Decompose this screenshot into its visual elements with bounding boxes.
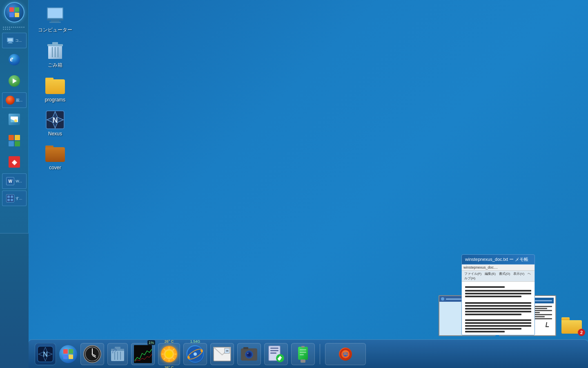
cover-folder-body bbox=[45, 147, 65, 162]
chart-svg bbox=[134, 345, 152, 363]
svg-point-61 bbox=[187, 356, 190, 359]
sidebar-item-winstep-w-label: W... bbox=[16, 179, 22, 183]
sidebar-item-computer[interactable]: コ... bbox=[2, 33, 27, 48]
computer-icon-svg bbox=[45, 6, 65, 25]
chart-percent-badge: 1% bbox=[147, 340, 155, 345]
svg-rect-32 bbox=[63, 349, 68, 354]
recycle-icon-wrapper bbox=[45, 41, 65, 61]
sidebar-item-photos[interactable] bbox=[2, 109, 27, 130]
programs-icon-label: programs bbox=[45, 97, 66, 103]
preview-thumbnail bbox=[462, 282, 535, 335]
preview-doc-lines bbox=[462, 282, 535, 335]
firefox-icon-small bbox=[6, 96, 15, 105]
svg-text:N: N bbox=[43, 351, 48, 358]
start-button[interactable] bbox=[4, 2, 24, 22]
folder-taskbar-item[interactable]: 2 bbox=[559, 315, 584, 336]
taskbar-firefox-btn[interactable] bbox=[325, 343, 366, 365]
taskbar-globe-btn[interactable]: 1.54G bbox=[183, 343, 207, 365]
desktop-icon-recycle[interactable]: ごみ箱 bbox=[37, 39, 74, 70]
taskbar-camera-btn[interactable] bbox=[237, 343, 261, 365]
folder-taskbar-wrapper: 2 bbox=[559, 315, 584, 336]
clock-icon bbox=[83, 345, 101, 363]
desktop-icon-cover[interactable]: cover bbox=[37, 142, 74, 172]
sidebar-dots-top bbox=[2, 26, 27, 31]
sidebar-item-media[interactable] bbox=[2, 71, 27, 91]
taskbar-chart-btn[interactable]: 1% bbox=[131, 343, 155, 365]
recycle-icon-label: ごみ箱 bbox=[48, 62, 62, 69]
taskbar-updates-btn[interactable] bbox=[264, 343, 288, 365]
desktop-icon-computer[interactable]: コンピューター bbox=[37, 4, 74, 35]
preview-menubar: winstepnexus_doc.... bbox=[462, 265, 535, 271]
camera-icon-svg bbox=[240, 346, 258, 362]
svg-rect-2 bbox=[9, 13, 14, 17]
taskbar-nexus-logo[interactable]: N bbox=[35, 343, 56, 365]
svg-rect-13 bbox=[48, 8, 62, 18]
programs-folder-body bbox=[45, 79, 65, 94]
svg-rect-74 bbox=[270, 350, 278, 351]
svg-rect-82 bbox=[300, 352, 306, 353]
recycle-bin-icon-svg bbox=[47, 41, 64, 61]
svg-point-48 bbox=[165, 350, 173, 358]
svg-line-56 bbox=[164, 358, 165, 359]
firefox-icon-svg bbox=[339, 348, 352, 361]
svg-rect-34 bbox=[63, 355, 68, 359]
svg-point-60 bbox=[200, 350, 203, 352]
clock-face bbox=[85, 347, 100, 361]
cover-folder-icon bbox=[45, 146, 65, 162]
taskbar-firefox-icon bbox=[339, 348, 352, 361]
svg-rect-16 bbox=[49, 22, 61, 23]
svg-rect-5 bbox=[8, 38, 13, 41]
globe-icon bbox=[186, 345, 204, 363]
nexus-icon-wrapper: N bbox=[45, 110, 65, 130]
notepad-preview-popup: winstepnexus_doc.txt ー メモ帳 winstepnexus_… bbox=[461, 254, 535, 335]
taskbar: N bbox=[29, 339, 588, 368]
svg-rect-7 bbox=[8, 43, 13, 43]
sidebar-item-livemesh[interactable]: ◈ bbox=[2, 152, 27, 172]
globe-mb-badge: 1.54G bbox=[184, 339, 207, 343]
preview-content: winstepnexus_doc.... ファイル(F) 編集(E) 書式(O)… bbox=[461, 265, 535, 335]
desktop: コ... 親... bbox=[0, 0, 588, 368]
taskbar-clock-btn[interactable] bbox=[80, 343, 104, 365]
svg-rect-10 bbox=[7, 199, 10, 201]
svg-rect-83 bbox=[300, 354, 304, 355]
svg-rect-9 bbox=[11, 195, 13, 198]
taskbar-recycle-btn[interactable] bbox=[107, 343, 128, 365]
sun-icon bbox=[161, 346, 177, 362]
svg-rect-81 bbox=[300, 349, 306, 350]
photos-icon bbox=[9, 114, 20, 125]
chart-icon bbox=[134, 345, 152, 363]
svg-rect-20 bbox=[52, 42, 58, 45]
sidebar-item-winstep-w[interactable]: W W... bbox=[2, 173, 27, 189]
taskbar-weather-btn[interactable]: 26° C 38° C bbox=[158, 343, 180, 365]
sidebar-item-firefox[interactable]: 親... bbox=[2, 92, 27, 108]
livemesh-icon: ◈ bbox=[9, 156, 20, 168]
programs-folder-wrapper bbox=[45, 76, 65, 96]
bottom-sys-tray bbox=[0, 233, 29, 368]
taskbar-windows-orb[interactable] bbox=[59, 345, 77, 363]
svg-rect-79 bbox=[301, 346, 305, 348]
svg-point-71 bbox=[247, 352, 249, 354]
taskbar-folder-tab bbox=[561, 317, 570, 320]
sidebar-item-computer-label: コ... bbox=[15, 38, 22, 43]
sidebar-item-multiframe[interactable] bbox=[2, 130, 27, 151]
sidebar-item-winstep-s[interactable]: す... bbox=[2, 191, 27, 206]
svg-rect-6 bbox=[9, 42, 12, 43]
desktop-icon-programs[interactable]: programs bbox=[37, 74, 74, 104]
svg-line-54 bbox=[173, 358, 174, 359]
svg-text:N: N bbox=[53, 116, 58, 124]
taskbar-recycle-icon bbox=[110, 346, 125, 362]
media-icon bbox=[9, 75, 20, 87]
cover-folder-wrapper bbox=[45, 144, 65, 164]
svg-rect-8 bbox=[7, 195, 10, 198]
sidebar-item-ie[interactable] bbox=[2, 49, 27, 70]
svg-rect-15 bbox=[51, 20, 59, 22]
desktop-icon-nexus[interactable]: N Nexus bbox=[37, 108, 74, 138]
svg-point-62 bbox=[194, 352, 197, 356]
svg-line-55 bbox=[173, 349, 174, 350]
windows-orb-icon bbox=[62, 348, 74, 360]
weather-temp-top: 26° C bbox=[158, 339, 180, 343]
taskbar-mail-btn[interactable]: ✉ bbox=[210, 343, 234, 365]
sun-svg bbox=[161, 346, 177, 362]
mail-icon-svg: ✉ bbox=[213, 347, 231, 361]
taskbar-usb-btn[interactable] bbox=[291, 343, 315, 365]
